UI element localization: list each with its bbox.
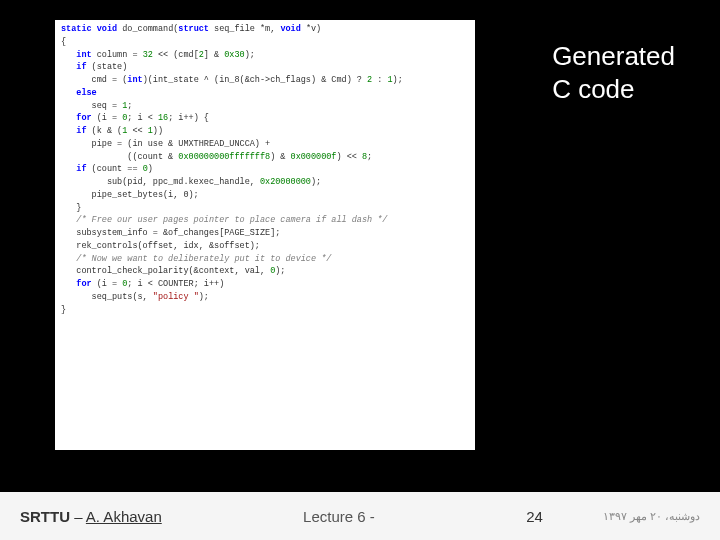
annotation-text: Generated C code — [552, 40, 675, 105]
footer-lecture: Lecture 6 - — [162, 508, 516, 525]
footer-date: دوشنبه، ۲۰ مهر ۱۳۹۷ — [603, 510, 700, 523]
footer-author: SRTTU – A. Akhavan — [20, 508, 162, 525]
code-block: static void do_command(struct seq_file *… — [55, 20, 475, 450]
footer-page-number: 24 — [526, 508, 543, 525]
slide-footer: SRTTU – A. Akhavan Lecture 6 - 24 دوشنبه… — [0, 492, 720, 540]
